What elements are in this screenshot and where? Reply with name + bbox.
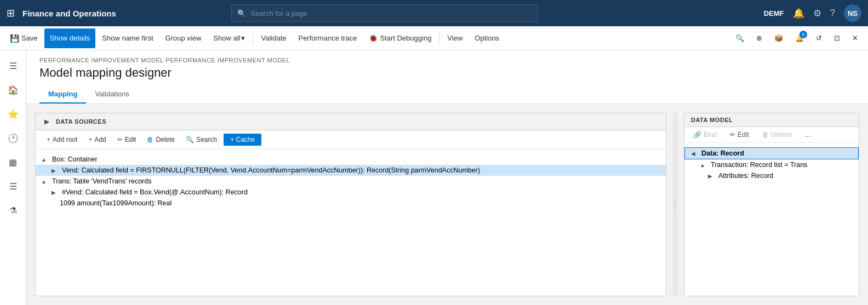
edit-dm-label: Edit (738, 131, 749, 139)
amount-label: 1099 amount(Tax1099Amount): Real (60, 199, 172, 207)
hash-vend-label: #Vend: Calculated field = Box.Vend(@.Acc… (62, 188, 248, 196)
settings-icon[interactable]: ⚙ (813, 8, 821, 19)
help-icon[interactable]: ? (830, 8, 835, 19)
tab-validations[interactable]: Validations (86, 85, 138, 103)
splitter-v[interactable] (673, 113, 677, 296)
more-label: ... (805, 131, 810, 139)
unbind-button[interactable]: 🗑 Unbind (758, 129, 796, 140)
cache-label: + Cache (230, 136, 255, 143)
dm-panel-header: DATA MODEL (684, 113, 859, 127)
cmd-divider-1 (253, 32, 253, 45)
edit-icon: ✏ (117, 136, 123, 143)
validate-label: Validate (261, 34, 286, 42)
unbind-label: Unbind (771, 131, 792, 139)
edit-dm-button[interactable]: ✏ Edit (726, 129, 753, 140)
ds-expand-btn[interactable]: ▶ (42, 117, 52, 126)
notification-count: 0 (800, 31, 807, 38)
edit-ds-button[interactable]: ✏ Edit (113, 134, 141, 146)
tab-mapping[interactable]: Mapping (39, 85, 86, 103)
tree-item-1099[interactable]: 1099 amount(Tax1099Amount): Real (36, 198, 666, 209)
tree-item-hash-vend[interactable]: ▶ #Vend: Calculated field = Box.Vend(@.A… (36, 187, 666, 198)
start-debugging-label: Start Debugging (380, 34, 431, 42)
sidebar-list-icon[interactable]: ☰ (2, 175, 24, 197)
ds-panel-title: DATA SOURCES (56, 118, 106, 125)
search-button[interactable]: 🔍 Search (181, 134, 221, 146)
grid-icon[interactable]: ⊞ (7, 7, 15, 19)
vend-toggle[interactable]: ▶ (50, 168, 58, 174)
search-icon: 🔍 (237, 9, 246, 18)
add-root-button[interactable]: + Add root (42, 134, 82, 146)
attr-toggle[interactable]: ▶ (706, 173, 714, 179)
data-sources-panel: ▶ DATA SOURCES + Add root + Add ✏ Edit (35, 113, 666, 296)
show-all-button[interactable]: Show all ▾ (208, 28, 250, 48)
show-details-label: Show details (50, 34, 90, 42)
notification-icon[interactable]: 🔔 (793, 8, 804, 19)
save-icon: 💾 (10, 34, 19, 43)
trans-dm-toggle[interactable]: ▲ (699, 162, 706, 168)
more-button[interactable]: ... (801, 129, 815, 140)
group-view-button[interactable]: Group view (160, 28, 207, 48)
ds-panel-header: ▶ DATA SOURCES (36, 113, 666, 130)
box-toggle[interactable]: ▲ (40, 157, 48, 163)
search-bar[interactable]: 🔍 (231, 4, 538, 22)
page-title: Model mapping designer (39, 66, 855, 80)
sidebar-recent-icon[interactable]: 🕐 (2, 127, 24, 149)
search-label: Search (196, 136, 217, 143)
delete-button[interactable]: 🗑 Delete (142, 134, 179, 146)
sidebar-workspaces-icon[interactable]: ▦ (2, 151, 24, 173)
dm-item-transaction[interactable]: ▲ Transaction: Record list = Trans (684, 159, 859, 170)
sidebar-favorites-icon[interactable]: ⭐ (2, 103, 24, 125)
tree-item-vend[interactable]: ▶ Vend: Calculated field = FIRSTORNULL(F… (36, 165, 666, 176)
options-button[interactable]: Options (469, 28, 505, 48)
close-button[interactable]: ✕ (847, 28, 864, 48)
show-details-button[interactable]: Show details (44, 28, 96, 48)
delete-label: Delete (156, 136, 175, 143)
sidebar-filter-icon[interactable]: ⚗ (2, 199, 24, 221)
main-content: PERFORMANCE IMPROVEMENT MODEL PERFORMANC… (26, 50, 868, 305)
search-page-button[interactable]: 🔍 (730, 28, 750, 48)
save-button[interactable]: 💾 Save (4, 28, 43, 48)
bookmark-button[interactable]: ⊕ (751, 28, 768, 48)
top-nav-right: DEMF 🔔 ⚙ ? NS (764, 4, 861, 22)
attr-label: Attributes: Record (718, 172, 773, 180)
view-button[interactable]: View (442, 28, 468, 48)
dm-item-data[interactable]: ◀ Data: Record (684, 147, 859, 159)
open-in-new-button[interactable]: ⊡ (829, 28, 846, 48)
sidebar-menu-icon[interactable]: ☰ (2, 55, 24, 77)
data-toggle[interactable]: ◀ (689, 151, 697, 157)
sidebar-home-icon[interactable]: 🏠 (2, 79, 24, 101)
add-root-icon: + (47, 136, 50, 143)
start-debugging-button[interactable]: 🐞 Start Debugging (363, 28, 437, 48)
performance-trace-button[interactable]: Performance trace (293, 28, 362, 48)
validate-button[interactable]: Validate (255, 28, 292, 48)
trans-dm-label: Transaction: Record list = Trans (711, 161, 807, 169)
options-label: Options (475, 34, 499, 42)
trans-toggle[interactable]: ▲ (40, 179, 48, 185)
add-button[interactable]: + Add (84, 134, 110, 146)
app-title: Finance and Operations (22, 9, 116, 18)
group-view-label: Group view (165, 34, 202, 42)
search-ds-icon: 🔍 (186, 136, 194, 143)
tree-item-trans[interactable]: ▲ Trans: Table 'VendTrans' records (36, 176, 666, 187)
page-body: ▶ DATA SOURCES + Add root + Add ✏ Edit (26, 104, 868, 305)
left-sidebar: ☰ 🏠 ⭐ 🕐 ▦ ☰ ⚗ (0, 50, 26, 305)
main-layout: ☰ 🏠 ⭐ 🕐 ▦ ☰ ⚗ PERFORMANCE IMPROVEMENT MO… (0, 50, 868, 305)
notification-badge-button[interactable]: 🔔 0 (790, 28, 809, 48)
tree-item-box[interactable]: ▲ Box: Container (36, 154, 666, 165)
avatar[interactable]: NS (844, 4, 861, 22)
save-label: Save (21, 34, 38, 42)
dm-item-attributes[interactable]: ▶ Attributes: Record (684, 170, 859, 181)
env-label: DEMF (764, 9, 784, 18)
cache-button[interactable]: + Cache (224, 134, 261, 146)
hash-vend-toggle[interactable]: ▶ (50, 189, 58, 195)
search-input[interactable] (250, 9, 532, 18)
view-label: View (447, 34, 462, 42)
vend-label: Vend: Calculated field = FIRSTORNULL(FIL… (62, 166, 480, 174)
bind-button[interactable]: 🔗 Bind (689, 129, 721, 140)
show-name-first-label: Show name first (102, 34, 153, 42)
show-name-first-button[interactable]: Show name first (96, 28, 158, 48)
refresh-button[interactable]: ↺ (810, 28, 827, 48)
extension-button[interactable]: 📦 (769, 28, 789, 48)
tabs: Mapping Validations (39, 85, 855, 103)
pencil-icon: ✏ (730, 131, 735, 139)
